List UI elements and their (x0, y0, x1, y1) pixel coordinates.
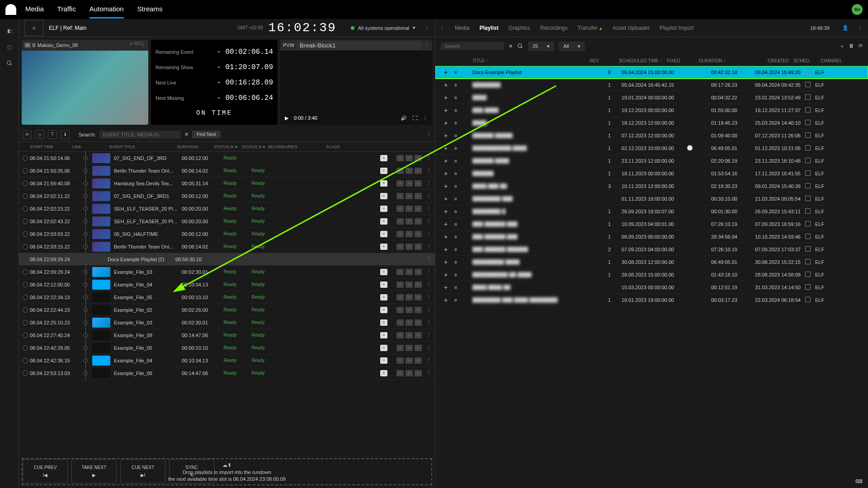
add-playlist-icon[interactable]: + (441, 195, 451, 202)
right-tab-playlist-import[interactable]: Playlist Import (660, 25, 693, 31)
sched-checkbox[interactable] (805, 221, 811, 226)
flag-icon-2[interactable]: ▫ (406, 319, 413, 326)
add-playlist-icon[interactable]: + (441, 94, 451, 101)
system-status[interactable]: All systems operational ▾ (351, 25, 415, 31)
sec-icon[interactable]: ≡ (380, 319, 387, 326)
link-dot-icon[interactable] (83, 206, 88, 211)
text-icon[interactable]: T (48, 130, 57, 139)
add-playlist-icon[interactable]: + (441, 132, 451, 139)
link-dot-icon[interactable] (83, 270, 88, 274)
flag-icon-2[interactable]: ▫ (406, 218, 413, 225)
cue-next-button[interactable]: CUE NEXT▶I (120, 459, 165, 483)
flag-icon-3[interactable]: ▫ (415, 206, 422, 212)
flag-icon-2[interactable]: ▫ (406, 231, 413, 237)
playlist-row[interactable]: + ≡ ████ 1 18.12.2023 12:00:00.00 01:19:… (435, 117, 868, 129)
flag-icon-2[interactable]: ▫ (406, 332, 413, 338)
event-thumbnail[interactable] (92, 343, 110, 353)
flag-icon-1[interactable]: ▫ (396, 218, 404, 225)
find-next-button[interactable]: Find Next (192, 131, 221, 138)
rundown-row[interactable]: 08.04 22:42:38.15 Example_File_04 00:10:… (19, 354, 435, 367)
row-more-icon[interactable]: ⋮ (426, 357, 431, 363)
clear-icon[interactable]: ✕ (509, 43, 513, 49)
event-thumbnail[interactable] (92, 229, 110, 239)
event-thumbnail[interactable] (92, 153, 110, 163)
sched-checkbox[interactable] (805, 107, 811, 113)
sched-checkbox[interactable] (805, 208, 811, 214)
playlist-row[interactable]: + ≡ ██████ 1 18.11.2023 00:00:00.00 01:5… (435, 167, 868, 180)
flag-icon-1[interactable]: ▫ (396, 294, 404, 300)
event-thumbnail[interactable] (92, 318, 110, 328)
playlist-row[interactable]: + ≡ ██████ █████ 1 07.12.2023 12:00:00.0… (435, 129, 868, 142)
nav-tab-traffic[interactable]: Traffic (57, 0, 76, 19)
flag-icon-3[interactable]: ▫ (415, 269, 422, 275)
flag-icon-3[interactable]: ▫ (415, 218, 422, 225)
flag-icon-1[interactable]: ▫ (396, 244, 404, 250)
row-more-icon[interactable]: ⋮ (426, 345, 431, 351)
pvw-more-icon[interactable]: ⋮ (425, 42, 429, 48)
sec-icon[interactable]: ≡ (380, 269, 387, 275)
sched-checkbox[interactable] (805, 69, 811, 75)
sched-checkbox[interactable] (805, 145, 811, 150)
rundown-row[interactable]: 08.04 21:50:14.06 07_SIG_END_OF_3RD 00:0… (19, 152, 435, 164)
rundown-row[interactable]: 08.04 21:56:40.08 Hamburg Sea Devils Tea… (19, 177, 435, 190)
row-more-icon[interactable]: ⋮ (426, 206, 431, 211)
rail-search-icon[interactable] (0, 55, 19, 71)
playlist-row[interactable]: + ≡ Docs Example Playlist 8 06.04.2024 1… (435, 66, 868, 79)
playlist-row[interactable]: + ≡ ████ ████ ██ 15.03.2023 00:00:00.00 … (435, 281, 868, 294)
link-dot-icon[interactable] (83, 244, 88, 249)
event-thumbnail[interactable] (92, 216, 110, 226)
sched-checkbox[interactable] (805, 94, 811, 100)
add-playlist-icon[interactable]: + (441, 208, 451, 215)
add-playlist-icon[interactable]: + (441, 284, 451, 291)
delete-icon[interactable]: 🗑 (849, 43, 854, 50)
lock-icon[interactable]: ◇ (35, 130, 44, 139)
add-playlist-icon[interactable]: + (441, 258, 451, 266)
rundown-more-icon[interactable]: ⋮ (426, 131, 431, 137)
nav-tab-automation[interactable]: Automation (90, 0, 124, 19)
flag-icon-2[interactable]: ▫ (406, 180, 413, 187)
link-dot-icon[interactable] (83, 346, 88, 350)
playlist-row[interactable]: + ≡ ███ ██████ ██████ 2 07.09.2023 04:00… (435, 243, 868, 256)
flag-icon-3[interactable]: ▫ (415, 193, 422, 199)
sched-checkbox[interactable] (805, 183, 811, 188)
flag-icon-3[interactable]: ▫ (415, 168, 422, 174)
flag-icon-1[interactable]: ▫ (396, 155, 404, 161)
rundown-row[interactable]: 08.04 22:03:03.22 06_SIG_HALFTIME 00:00:… (19, 228, 435, 240)
add-playlist-icon[interactable]: + (441, 81, 451, 89)
flag-icon-1[interactable]: ▫ (396, 332, 404, 338)
row-more-icon[interactable]: ⋮ (426, 193, 431, 199)
link-dot-icon[interactable] (83, 232, 88, 236)
flag-icon-3[interactable]: ▫ (415, 370, 422, 376)
rundown-row[interactable]: 08.04 22:22:44.23 Example_File_02 00:02:… (19, 304, 435, 316)
rundown-row[interactable]: 08.04 22:22:34.13 Example_File_05 00:00:… (19, 291, 435, 304)
playlist-row[interactable]: + ≡ ██████████ ██ ████ 1 28.08.2023 15:0… (435, 268, 868, 281)
sec-icon[interactable]: ≡ (380, 307, 387, 313)
flag-icon-3[interactable]: ▫ (415, 319, 422, 326)
event-thumbnail[interactable] (92, 242, 110, 252)
take-next-button[interactable]: TAKE NEXT▶ (71, 459, 117, 483)
playlist-row[interactable]: + ≡ ███████████ ████ 1 02.12.2023 10:00:… (435, 142, 868, 155)
event-thumbnail[interactable] (92, 356, 110, 366)
event-thumbnail[interactable] (92, 166, 110, 176)
sched-checkbox[interactable] (805, 284, 811, 290)
rundown-search-input[interactable] (99, 131, 181, 139)
channel-menu-icon[interactable]: ≡ (24, 20, 43, 36)
add-playlist-icon[interactable]: + (441, 183, 451, 190)
flag-icon-1[interactable]: ▫ (396, 307, 404, 313)
sched-checkbox[interactable] (805, 259, 811, 264)
sched-checkbox[interactable] (805, 196, 811, 201)
rundown-row[interactable]: 08.04 22:27:40.24 Example_File_09 00:14:… (19, 329, 435, 342)
flag-icon-2[interactable]: ▫ (406, 345, 413, 351)
rundown-row[interactable]: 08.04 22:25:10.23 Example_File_03 00:02:… (19, 316, 435, 329)
flag-icon-1[interactable]: ▫ (396, 269, 404, 275)
link-dot-icon[interactable] (83, 333, 88, 338)
row-more-icon[interactable]: ⋮ (426, 269, 431, 275)
rundown-row[interactable]: 08.04 22:02:11.22 07_SIG_END_OF_3RD1 00:… (19, 190, 435, 202)
add-playlist-icon[interactable]: + (441, 170, 451, 177)
add-playlist-icon[interactable]: + (441, 145, 451, 152)
link-dot-icon[interactable] (83, 308, 88, 312)
add-playlist-icon[interactable]: + (441, 157, 451, 164)
refresh-playlist-icon[interactable]: ⟳ (859, 43, 863, 50)
keyboard-icon[interactable]: ⌨ (855, 479, 863, 484)
refresh-icon[interactable]: ⟳ (23, 130, 32, 139)
